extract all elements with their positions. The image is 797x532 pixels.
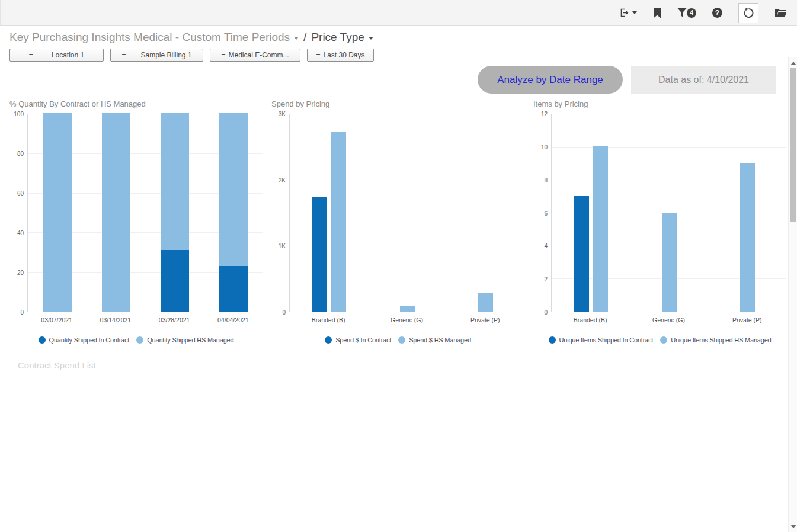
category-slot <box>290 114 368 312</box>
y-tick-label: 20 <box>17 270 24 276</box>
chart-title: Items by Pricing <box>533 100 786 108</box>
legend-item[interactable]: Spend $ In Contract <box>325 336 391 344</box>
x-tick-label: 03/28/2021 <box>145 316 204 323</box>
charts-row: % Quantity By Contract or HS Managed 020… <box>0 94 797 344</box>
dashboard-title-dropdown[interactable]: Key Purchasing Insights Medical - Custom… <box>9 31 299 44</box>
page-title: Price Type <box>311 31 364 44</box>
y-tick-label: 10 <box>541 143 548 150</box>
x-tick-label: Private (P) <box>708 316 786 323</box>
category-slot <box>28 114 87 312</box>
legend-item[interactable]: Unique Items Shipped HS Managed <box>660 336 771 344</box>
scrollbar-thumb[interactable] <box>790 68 796 222</box>
y-tick-label: 1K <box>279 243 286 249</box>
y-axis: 020406080100 <box>9 114 27 312</box>
x-tick-label: 03/14/2021 <box>86 316 145 323</box>
legend-item[interactable]: Quantity Shipped In Contract <box>39 336 130 344</box>
category-slot <box>204 114 263 312</box>
x-tick-label: Branded (B) <box>289 316 367 323</box>
bar[interactable] <box>331 132 346 312</box>
bar[interactable] <box>662 213 677 312</box>
bar[interactable] <box>400 306 415 312</box>
category-slot <box>87 114 145 312</box>
bar-segment[interactable] <box>161 113 189 250</box>
filter-icon[interactable]: 4 <box>677 8 696 18</box>
vertical-scrollbar[interactable] <box>788 57 797 532</box>
chart-items-by-pricing: Items by Pricing 024681012 Branded (B)Ge… <box>533 100 786 344</box>
dashboard-title: Key Purchasing Insights Medical - Custom… <box>9 31 290 44</box>
chart-spend-by-pricing: Spend by Pricing 01K2K3K Branded (B)Gene… <box>271 100 524 344</box>
bar[interactable] <box>574 196 589 312</box>
chart-title: % Quantity By Contract or HS Managed <box>9 100 263 108</box>
bar-segment[interactable] <box>219 266 248 312</box>
chart-legend: Spend $ In ContractSpend $ HS Managed <box>271 336 524 344</box>
filter-chip-location[interactable]: = Location 1 <box>9 49 104 62</box>
scroll-up-icon[interactable] <box>790 62 796 65</box>
filter-count-badge: 4 <box>687 8 696 18</box>
breadcrumb-separator: / <box>303 31 306 44</box>
chart-legend: Quantity Shipped In ContractQuantity Shi… <box>9 336 263 344</box>
caret-down-icon <box>369 37 373 40</box>
page-title-dropdown[interactable]: Price Type <box>311 31 373 44</box>
x-tick-label: Private (P) <box>446 316 524 323</box>
filter-chip-billing[interactable]: = Sample Billing 1 <box>110 49 203 62</box>
filter-chip-last-30-days[interactable]: = Last 30 Days <box>307 49 374 62</box>
bar-segment[interactable] <box>219 113 248 266</box>
export-icon[interactable] <box>619 7 637 18</box>
analyze-by-date-range-button[interactable]: Analyze by Date Range <box>478 66 623 94</box>
chart-title: Spend by Pricing <box>271 100 524 108</box>
category-slot <box>446 114 524 312</box>
legend-dot-icon <box>549 336 556 344</box>
caret-down-icon <box>294 37 299 40</box>
divider <box>271 331 524 331</box>
bar-segment[interactable] <box>102 113 130 312</box>
x-axis-labels: Branded (B)Generic (G)Private (P) <box>289 316 524 323</box>
caret-down-icon <box>632 11 637 14</box>
data-as-of-label: Data as of: 4/10/2021 <box>631 66 776 94</box>
chart-legend: Unique Items Shipped In ContractUnique I… <box>533 336 786 344</box>
legend-label: Spend $ HS Managed <box>409 336 471 344</box>
y-tick-label: 0 <box>20 309 24 316</box>
legend-item[interactable]: Quantity Shipped HS Managed <box>136 336 233 344</box>
x-axis-labels: 03/07/202103/14/202103/28/202104/04/2021 <box>27 316 263 323</box>
filter-chip-medical-ecomm[interactable]: = Medical E-Comm... <box>210 49 300 62</box>
legend-item[interactable]: Unique Items Shipped In Contract <box>549 336 654 344</box>
divider <box>9 331 263 331</box>
y-tick-label: 6 <box>544 210 548 216</box>
divider <box>533 331 786 331</box>
folder-icon[interactable] <box>774 8 787 18</box>
category-slot <box>708 114 786 312</box>
y-tick-label: 2 <box>544 276 548 283</box>
plot-area <box>27 114 263 312</box>
breadcrumb: Key Purchasing Insights Medical - Custom… <box>0 26 797 44</box>
category-slot <box>630 114 708 312</box>
bar[interactable] <box>478 293 493 312</box>
bar[interactable] <box>593 146 608 312</box>
refresh-icon[interactable] <box>738 3 758 23</box>
bar-segment[interactable] <box>43 113 72 312</box>
bar-segment[interactable] <box>161 250 189 312</box>
plot-area <box>551 114 786 312</box>
bar[interactable] <box>740 163 755 312</box>
y-axis: 024681012 <box>533 114 551 312</box>
legend-item[interactable]: Spend $ HS Managed <box>398 336 471 344</box>
category-slot <box>368 114 446 312</box>
x-tick-label: 04/04/2021 <box>204 316 263 323</box>
y-tick-label: 40 <box>17 230 24 236</box>
contract-spend-list-title: Contract Spend List <box>18 360 797 370</box>
scroll-down-icon[interactable] <box>790 525 796 528</box>
legend-dot-icon <box>660 336 667 344</box>
y-tick-label: 2K <box>279 177 286 183</box>
legend-label: Unique Items Shipped In Contract <box>559 336 654 344</box>
legend-dot-icon <box>398 336 405 344</box>
top-toolbar: 4 ? <box>0 0 797 26</box>
y-tick-label: 0 <box>544 309 548 316</box>
y-tick-label: 3K <box>279 111 286 117</box>
x-axis-labels: Branded (B)Generic (G)Private (P) <box>551 316 786 323</box>
legend-dot-icon <box>39 336 46 344</box>
y-tick-label: 4 <box>544 243 548 249</box>
bookmark-icon[interactable] <box>653 8 661 18</box>
bar[interactable] <box>312 197 327 312</box>
category-slot <box>552 114 630 312</box>
help-icon[interactable]: ? <box>712 8 722 18</box>
x-tick-label: 03/07/2021 <box>27 316 86 323</box>
